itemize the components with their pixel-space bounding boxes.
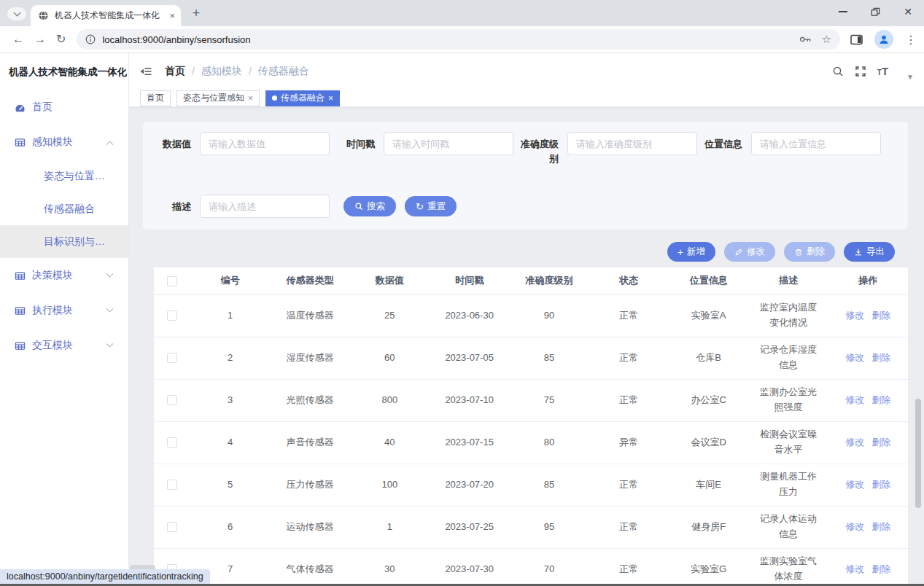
edit-button[interactable]: 修改	[724, 242, 775, 262]
password-key-icon[interactable]	[799, 34, 812, 44]
cell-checkbox	[154, 421, 190, 464]
add-button[interactable]: + 新增	[667, 242, 715, 262]
address-bar[interactable]: localhost:9000/anbiny/sensorfusion ☆	[77, 29, 840, 50]
delete-link[interactable]: 删除	[871, 437, 890, 448]
row-checkbox[interactable]	[167, 437, 177, 448]
user-dropdown-caret-icon[interactable]: ▼	[906, 73, 914, 81]
download-icon	[854, 248, 863, 257]
sidebar-item-1[interactable]: 感知模块	[0, 125, 128, 160]
field-label: 时间戳	[333, 132, 375, 152]
browser-tab[interactable]: 机器人技术智能集成一体化 ×	[31, 5, 181, 26]
row-checkbox[interactable]	[167, 353, 177, 363]
browser-menu-icon[interactable]: ⋮	[905, 33, 917, 47]
cell-id: 6	[190, 506, 270, 548]
delete-link[interactable]: 删除	[871, 310, 890, 321]
field-input-4[interactable]	[200, 195, 330, 218]
edit-link[interactable]: 修改	[845, 521, 864, 532]
form-field-2: 准确度级别	[516, 132, 697, 165]
tag-close-icon[interactable]: ×	[328, 93, 333, 103]
row-checkbox[interactable]	[167, 480, 177, 490]
delete-link[interactable]: 删除	[871, 563, 890, 574]
cell-time: 2023-07-20	[430, 464, 509, 506]
edit-link[interactable]: 修改	[845, 352, 864, 363]
sidebar-item-0[interactable]: 首页	[0, 90, 128, 125]
row-checkbox[interactable]	[167, 522, 177, 532]
close-window-button[interactable]: ✕	[904, 7, 912, 17]
field-input-2[interactable]	[567, 132, 697, 155]
sidebar-item-5[interactable]: 决策模块	[0, 258, 128, 293]
search-icon[interactable]	[832, 66, 844, 77]
search-button[interactable]: 搜索	[343, 196, 396, 216]
delete-link[interactable]: 删除	[871, 352, 890, 363]
tag-label: 姿态与位置感知	[183, 92, 244, 104]
sidebar: 机器人技术智能集成一体化 首页感知模块姿态与位置…传感器融合目标识别与…决策模块…	[0, 53, 129, 586]
tags-view: 首页姿态与位置感知×传感器融合×	[129, 90, 924, 107]
delete-link[interactable]: 删除	[871, 521, 890, 532]
side-panel-icon[interactable]	[850, 34, 863, 45]
cell-status: 正常	[589, 379, 669, 421]
field-label: 位置信息	[700, 132, 742, 152]
cell-value: 25	[350, 294, 430, 337]
reset-button[interactable]: ↻ 重置	[405, 196, 457, 216]
site-info-icon[interactable]	[85, 34, 96, 44]
row-checkbox[interactable]	[167, 395, 177, 405]
tag-1[interactable]: 姿态与位置感知×	[176, 90, 260, 106]
forward-button[interactable]: →	[34, 34, 46, 45]
cell-checkbox	[154, 337, 190, 379]
cell-id: 5	[190, 464, 270, 506]
tag-close-icon[interactable]: ×	[248, 93, 253, 103]
cell-type: 运动传感器	[270, 506, 349, 548]
cell-type: 声音传感器	[270, 421, 349, 464]
delete-link[interactable]: 删除	[871, 394, 890, 405]
breadcrumb-item-0[interactable]: 首页	[165, 65, 185, 78]
breadcrumb-separator: /	[192, 66, 195, 77]
restore-button[interactable]	[871, 7, 880, 17]
url-text[interactable]: localhost:9000/anbiny/sensorfusion	[102, 34, 799, 45]
sidebar-fold-icon[interactable]	[139, 65, 152, 78]
tab-close-icon[interactable]: ×	[169, 10, 175, 21]
delete-button[interactable]: 删除	[784, 242, 835, 262]
profile-avatar[interactable]	[874, 30, 893, 49]
new-tab-button[interactable]: +	[187, 4, 206, 23]
tag-2[interactable]: 传感器融合×	[265, 90, 340, 106]
field-input-3[interactable]	[751, 132, 881, 155]
chevron-down-icon	[106, 340, 114, 347]
edit-link[interactable]: 修改	[845, 563, 864, 574]
sidebar-item-3[interactable]: 传感器融合	[0, 192, 128, 225]
sidebar-item-6[interactable]: 执行模块	[0, 293, 128, 328]
bookmark-star-icon[interactable]: ☆	[822, 33, 831, 46]
edit-link[interactable]: 修改	[845, 394, 864, 405]
cell-status: 正常	[589, 294, 669, 337]
cell-status: 异常	[589, 421, 669, 464]
grid-icon	[15, 305, 26, 316]
edit-link[interactable]: 修改	[845, 310, 864, 321]
vertical-scrollbar[interactable]	[915, 399, 921, 508]
tag-0[interactable]: 首页	[140, 90, 171, 106]
reload-button[interactable]: ↻	[56, 34, 66, 45]
sidebar-item-2[interactable]: 姿态与位置…	[0, 160, 128, 192]
table-row: 7气体传感器302023-07-3070正常实验室G监测实验室气体浓度修改删除	[154, 548, 908, 586]
cell-id: 2	[190, 337, 270, 379]
field-label: 描述	[149, 195, 191, 214]
select-all-checkbox[interactable]	[167, 276, 177, 286]
edit-link[interactable]: 修改	[845, 437, 864, 448]
tab-search-button[interactable]	[7, 7, 26, 20]
back-button[interactable]: ←	[12, 34, 24, 45]
field-input-0[interactable]	[200, 132, 330, 155]
sidebar-item-7[interactable]: 交互模块	[0, 328, 128, 363]
fullscreen-icon[interactable]	[855, 66, 866, 77]
row-checkbox[interactable]	[167, 310, 177, 321]
font-size-icon[interactable]: TT	[877, 66, 888, 77]
export-button[interactable]: 导出	[844, 242, 895, 262]
sidebar-item-label: 目标识别与…	[44, 235, 105, 249]
cell-type: 压力传感器	[270, 464, 349, 506]
field-input-1[interactable]	[384, 132, 513, 155]
minimize-button[interactable]	[839, 11, 847, 12]
delete-link[interactable]: 删除	[871, 479, 890, 490]
cell-checkbox	[154, 464, 190, 506]
sidebar-item-4[interactable]: 目标识别与…	[0, 225, 128, 258]
edit-link[interactable]: 修改	[845, 479, 864, 490]
form-field-0: 数据值	[149, 132, 330, 155]
cell-time: 2023-07-25	[430, 506, 509, 548]
cell-actions: 修改删除	[828, 337, 908, 379]
